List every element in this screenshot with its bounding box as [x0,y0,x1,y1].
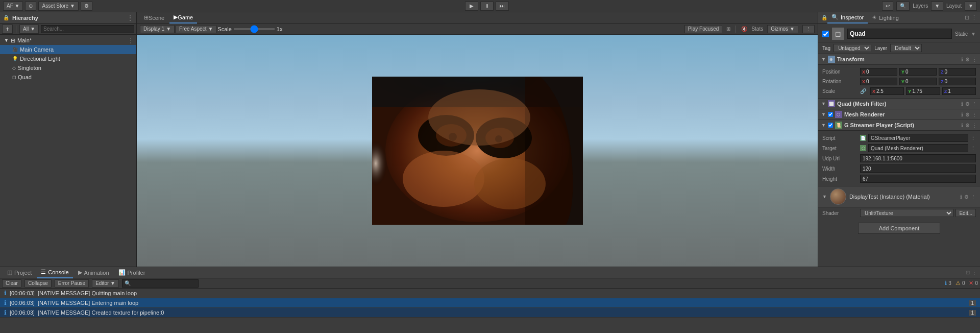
mesh-renderer-options[interactable]: ⋮ [972,112,977,117]
hierarchy-item-singleton[interactable]: ◇ Singleton [0,63,136,73]
maximize-inspector-icon[interactable]: ⊡ [965,14,969,21]
editor-dropdown-btn[interactable]: Editor ▼ [92,279,119,288]
shader-dropdown[interactable]: Unlit/Texture [860,209,953,217]
transform-info-icon[interactable]: ℹ [961,57,963,62]
console-tab[interactable]: ☰ Console [37,267,72,278]
scale-x-field[interactable]: X 2.5 [870,87,904,95]
gstreamer-enabled[interactable] [828,123,833,128]
asset-store-btn[interactable]: Asset Store ▼ [38,2,78,11]
animation-tab[interactable]: ▶ Animation [74,267,113,278]
gizmos-dropdown[interactable]: Gizmos ▼ [767,25,798,33]
add-component-btn[interactable]: Add Component [858,223,941,234]
clear-btn[interactable]: Clear [2,279,21,288]
log-item-2[interactable]: ℹ [00:06:03] [NATIVE MESSAGE] Created te… [0,308,980,318]
collapse-btn[interactable]: Collapse [24,279,52,288]
udp-value[interactable]: 192.168.1.1:5600 [860,154,976,162]
gstreamer-info[interactable]: ℹ [961,123,963,128]
project-tab[interactable]: ◫ Project [3,267,36,278]
pause-button[interactable]: ⏸ [480,2,494,11]
layers-dropdown[interactable]: ▼ [931,2,943,11]
material-options-icon[interactable]: ⋮ [971,194,976,200]
stats-btn[interactable]: Stats [751,26,763,32]
layer-dropdown[interactable]: Default [890,44,922,52]
transform-options-icon[interactable]: ⋮ [972,57,977,62]
position-z-field[interactable]: Z 0 [939,68,976,76]
game-options-btn[interactable]: ⋮ [802,25,815,33]
object-enabled-checkbox[interactable] [822,31,829,37]
scene-tab[interactable]: ⊞ Scene [140,12,168,23]
object-name-input[interactable] [847,29,952,39]
tag-dropdown[interactable]: Untagged [834,44,871,52]
hierarchy-all-btn[interactable]: All ▼ [19,25,39,34]
script-value[interactable]: GStreamerPlayer [868,134,968,142]
close-inspector-icon[interactable]: ⋮ [971,14,977,21]
height-value[interactable]: 67 [860,175,976,183]
hierarchy-search-input[interactable] [41,25,134,33]
settings-btn[interactable]: ⚙ [81,2,92,11]
step-button[interactable]: ⏭ [496,2,509,11]
layout-dropdown[interactable]: ▼ [965,2,977,11]
hierarchy-add-btn[interactable]: + [2,25,13,34]
profiler-tab[interactable]: 📊 Profiler [114,267,150,278]
rotation-y-field[interactable]: Y 0 [899,78,937,85]
position-x-field[interactable]: X 0 [860,68,897,76]
mesh-renderer-info[interactable]: ℹ [961,112,963,117]
hierarchy-item-directional-light[interactable]: 💡 Directional Light [0,54,136,63]
maximize-icon[interactable]: ⊞ [726,26,730,32]
rotation-z-field[interactable]: Z 0 [939,78,976,85]
log-item-1[interactable]: ℹ [00:06:03] [NATIVE MESSAGE] Entering m… [0,298,980,308]
bottom-maximize-icon[interactable]: ⊡ [966,270,970,275]
position-y-field[interactable]: Y 0 [899,68,937,76]
width-value[interactable]: 120 [860,164,976,173]
af-dropdown[interactable]: AF ▼ [3,2,23,11]
rotation-x-field[interactable]: X 0 [860,78,897,85]
mesh-filter-settings[interactable]: ⚙ [965,101,970,107]
static-dropdown-icon[interactable]: ▼ [971,31,976,37]
root-options[interactable]: ⋮ [127,36,134,44]
transform-settings-icon[interactable]: ⚙ [965,57,970,62]
mesh-renderer-header[interactable]: ▼ ⬡ Mesh Renderer ℹ ⚙ ⋮ [818,109,980,120]
gstreamer-options[interactable]: ⋮ [972,123,977,128]
scale-slider[interactable] [234,28,275,30]
aspect-dropdown[interactable]: Free Aspect ▼ [176,25,216,33]
error-pause-btn[interactable]: Error Pause [55,279,89,288]
transform-component-header[interactable]: ▼ ⊕ Transform ℹ ⚙ ⋮ [818,54,980,65]
play-button[interactable]: ▶ [465,2,478,11]
log-item-0[interactable]: ℹ [00:06:03] [NATIVE MESSAGE] Quitting m… [0,289,980,298]
rotation-y-value: 0 [905,79,909,84]
target-options[interactable]: ⋮ [970,145,976,152]
play-focused-btn[interactable]: Play Focused [684,25,723,33]
account-icon[interactable]: ⊙ [25,2,36,11]
mesh-filter-info[interactable]: ℹ [961,101,963,107]
bottom-options-icon[interactable]: ⋮ [972,270,977,275]
search-btn[interactable]: 🔍 [896,2,910,11]
target-value[interactable]: Quad (Mesh Renderer) [868,144,968,152]
revert-btn[interactable]: ↩ [882,2,893,11]
material-settings-icon[interactable]: ⚙ [964,194,969,200]
scale-z-field[interactable]: Z 1 [942,87,976,95]
gstreamer-header[interactable]: ▼ 📜 G Streamer Player (Script) ℹ ⚙ ⋮ [818,120,980,131]
material-header[interactable]: ▼ DisplayTest (Instance) (Material) ℹ ⚙ … [818,186,980,207]
position-x-label: X [862,69,865,75]
script-options[interactable]: ⋮ [970,135,976,141]
hierarchy-root[interactable]: ▼ ⊞ Main* ⋮ [0,36,136,45]
shader-edit-btn[interactable]: Edit... [955,209,976,217]
mesh-filter-header[interactable]: ▼ ⬜ Quad (Mesh Filter) ℹ ⚙ ⋮ [818,99,980,109]
inspector-tab[interactable]: 🔍 Inspector [827,12,868,23]
material-info-icon[interactable]: ℹ [960,194,962,200]
mesh-filter-options[interactable]: ⋮ [972,101,977,107]
mesh-renderer-settings[interactable]: ⚙ [965,112,970,117]
hierarchy-item-main-camera[interactable]: 🎥 Main Camera [0,45,136,54]
scale-y-field[interactable]: Y 1.75 [906,87,940,95]
gstreamer-settings[interactable]: ⚙ [965,123,970,128]
lighting-tab[interactable]: ☀ Lighting [868,12,903,23]
transform-title: Transform [837,56,959,62]
scale-link-icon[interactable]: 🔗 [860,88,866,94]
display-dropdown[interactable]: Display 1 ▼ [140,25,175,33]
console-search-input[interactable] [122,279,199,288]
hierarchy-item-quad[interactable]: ◻ Quad [0,73,136,82]
mesh-renderer-enabled[interactable] [828,112,833,117]
hierarchy-options-btn[interactable]: ⋮ [127,14,133,21]
game-tab[interactable]: ▶ Game [169,12,197,23]
mute-icon[interactable]: 🔇 [741,26,747,32]
